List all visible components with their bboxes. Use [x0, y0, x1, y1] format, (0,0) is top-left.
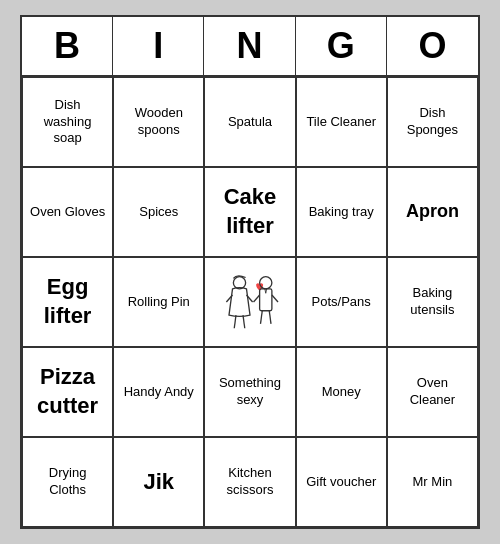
cell-10: Egg lifter: [22, 257, 113, 347]
cell-23: Gift voucher: [296, 437, 387, 527]
svg-line-5: [260, 311, 262, 324]
svg-point-3: [260, 277, 272, 289]
header-i: I: [113, 17, 204, 75]
cell-1: Wooden spoons: [113, 77, 204, 167]
cell-14: Baking utensils: [387, 257, 478, 347]
cell-21: Jik: [113, 437, 204, 527]
bingo-grid: Dish washing soap Wooden spoons Spatula …: [22, 77, 478, 527]
header-n: N: [204, 17, 295, 75]
cell-7: Cake lifter: [204, 167, 295, 257]
cell-11: Rolling Pin: [113, 257, 204, 347]
cell-15: Pizza cutter: [22, 347, 113, 437]
cell-13: Pots/Pans: [296, 257, 387, 347]
header-g: G: [296, 17, 387, 75]
cell-22: Kitchen scissors: [204, 437, 295, 527]
cell-0: Dish washing soap: [22, 77, 113, 167]
cell-18: Money: [296, 347, 387, 437]
svg-line-10: [243, 315, 245, 328]
svg-line-9: [234, 315, 236, 328]
cell-17: Something sexy: [204, 347, 295, 437]
bingo-header: B I N G O: [22, 17, 478, 77]
cell-19: Oven Cleaner: [387, 347, 478, 437]
cell-8: Baking tray: [296, 167, 387, 257]
cell-6: Spices: [113, 167, 204, 257]
cell-24: Mr Min: [387, 437, 478, 527]
bingo-card: B I N G O Dish washing soap Wooden spoon…: [20, 15, 480, 529]
cell-3: Tile Cleaner: [296, 77, 387, 167]
cell-16: Handy Andy: [113, 347, 204, 437]
cell-4: Dish Sponges: [387, 77, 478, 167]
svg-line-6: [269, 311, 271, 324]
svg-line-8: [272, 295, 278, 302]
cell-12-image: [204, 257, 295, 347]
cell-5: Oven Gloves: [22, 167, 113, 257]
wedding-couple-icon: [215, 267, 285, 337]
svg-line-7: [253, 295, 259, 302]
cell-20: Drying Cloths: [22, 437, 113, 527]
header-o: O: [387, 17, 478, 75]
cell-9: Apron: [387, 167, 478, 257]
cell-2: Spatula: [204, 77, 295, 167]
header-b: B: [22, 17, 113, 75]
